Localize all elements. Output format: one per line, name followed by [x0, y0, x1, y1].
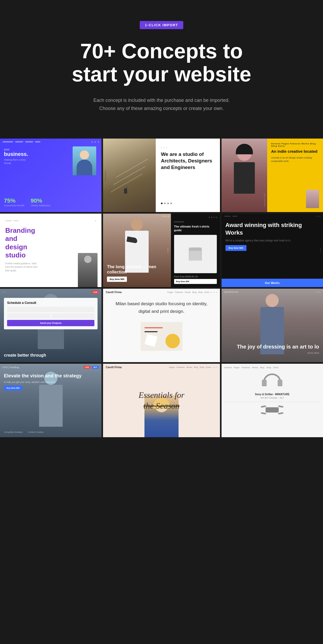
concepts-grid: your business. Helping them a story. fri…	[0, 128, 323, 455]
concept-card-4[interactable]: Branding anddesign studio Further media …	[0, 214, 101, 287]
card7-better-text: create better through	[4, 353, 46, 358]
card9-date: 20.01.2019	[237, 352, 319, 354]
concept-card-1[interactable]: your business. Helping them a story. fri…	[0, 139, 101, 212]
card12-product-name: Sony & Dolfan · MINIATURE	[224, 393, 320, 396]
card10-subtext: to help you get your story, ideation and…	[4, 381, 98, 383]
card3-indie-text: An indie creative located	[271, 149, 319, 154]
card4-brand-text: Branding anddesign studio	[5, 226, 37, 259]
hero-title-line1: 70+ Concepts to	[80, 39, 243, 63]
concept-card-7[interactable]: • • • LIVE Schedule a Consult Send your …	[0, 289, 101, 362]
card6-works-btn[interactable]: Buy Now $85	[225, 245, 246, 251]
hero-subtitle-line1: Each concept is included with the purcha…	[93, 98, 229, 103]
card1-stat1-label: Guaranteed benefit	[4, 204, 24, 207]
card12-product-price: WYJKT Cinoryn – €17	[224, 397, 320, 399]
card9-joy-text: The joy of dressing is an art to lo	[237, 343, 319, 350]
grid-row-3: • • • LIVE Schedule a Consult Send your …	[0, 289, 323, 362]
hero-subtitle-line2: Choose any of these amazing concepts or …	[99, 106, 224, 111]
card11-essentials-line2: the Season	[143, 401, 180, 410]
grid-row-2: Branding anddesign studio Further media …	[0, 214, 323, 287]
card4-sub-text: Further media guidance. Start from the p…	[5, 262, 39, 273]
hero-title: 70+ Concepts to start your website	[5, 40, 318, 86]
hero-section: 1-CLICK IMPORT 70+ Concepts to start you…	[0, 0, 323, 128]
concept-card-3[interactable]: a/r/c/h/i/t/e General Pages Features Wor…	[222, 139, 323, 212]
card2-headline: We are a studio of Architects, Designers…	[161, 151, 215, 171]
concept-card-6[interactable]: Award winning with striking Works We're …	[222, 214, 323, 287]
card1-main: business.	[4, 151, 28, 157]
card1-stat1-value: 75%	[4, 197, 24, 204]
card5-product-name: The ultimate fresh t-shirts guide	[174, 225, 217, 232]
card10-metric1: Competitor Analasis	[4, 431, 23, 433]
grid-row-1: your business. Helping them a story. fri…	[0, 139, 323, 212]
import-badge[interactable]: 1-CLICK IMPORT	[140, 21, 183, 29]
concept-card-2[interactable]: FRAMES • • • We are a studio of Architec…	[103, 139, 220, 212]
card11-essentials-line1: Essentials forthe Season	[138, 390, 184, 411]
concept-card-12[interactable]: General Pages Features Works Blog Shop E…	[222, 364, 323, 437]
hero-subtitle: Each concept is included with the purcha…	[83, 96, 240, 112]
grid-row-4: WTE | Feedbag LIVE BUY Elevate the visio…	[0, 364, 323, 437]
card10-metric2: Content Creation	[28, 431, 44, 433]
card3-desc: Uncode is an art design studio creating …	[271, 156, 319, 163]
concept-card-11[interactable]: Cavett Firma Pages Features Works Blog S…	[103, 364, 220, 437]
card1-subtext: Helping them a story. friends.	[4, 158, 28, 165]
card8-studio-text: Milan based design studio focusing on id…	[110, 300, 213, 315]
card1-subtitle: your	[4, 148, 28, 151]
card6-award-sub: We're a creative agency that uses design…	[225, 239, 319, 242]
card5-buy-now[interactable]: Buy Now $85	[107, 277, 127, 282]
card5-buy-btn[interactable]: Buy Now $85	[174, 279, 217, 284]
hero-title-line2: start your website	[72, 62, 251, 86]
concept-card-9[interactable]: SMARTFACE • • • The joy of dressing is a…	[222, 289, 323, 362]
concept-card-5[interactable]: The long awaited — men collection Buy No…	[103, 214, 220, 287]
card5-collection-text: The long awaited — men collection	[107, 264, 169, 275]
card10-headline: Elevate the vision and the strategy	[4, 373, 98, 379]
concept-card-10[interactable]: WTE | Feedbag LIVE BUY Elevate the visio…	[0, 364, 101, 437]
card5-product-tag: Amazon	[174, 220, 217, 223]
card7-consult-title: Schedule a Consult	[7, 301, 94, 305]
card6-award-text: Award winning with striking Works	[225, 221, 319, 236]
card1-stat2-label: Clients satisfaction	[31, 204, 50, 207]
card10-buy-btn[interactable]: Buy Now $85	[4, 386, 22, 390]
concept-card-8[interactable]: Cavett Firma Pages Features Studio Blog …	[103, 289, 220, 362]
card1-stat2-value: 90%	[31, 197, 50, 204]
card6-our-works: Our Works	[225, 281, 319, 284]
card5-price: Pure Grey $189.00 US	[174, 275, 217, 278]
card7-submit-btn[interactable]: Send your Projects	[7, 320, 94, 326]
